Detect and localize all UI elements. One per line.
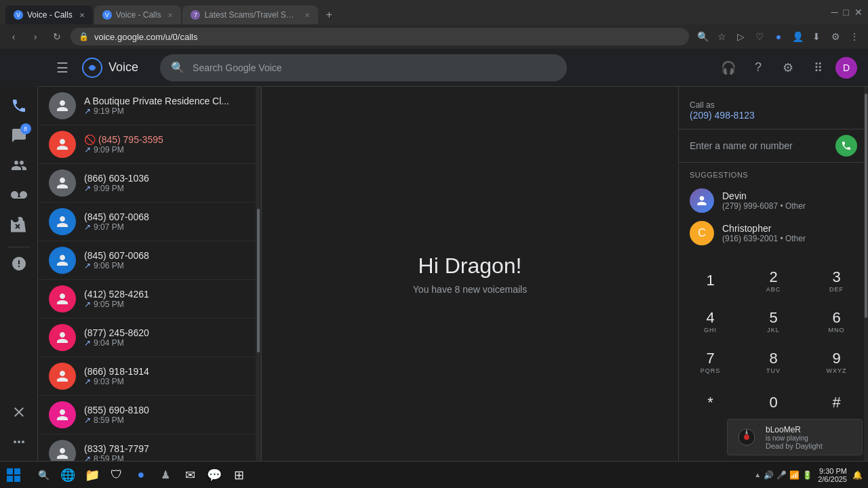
- taskbar-mic-icon[interactable]: 🎤: [776, 470, 787, 480]
- minimize-button[interactable]: ─: [831, 7, 838, 18]
- rail-voicemail-icon[interactable]: [5, 182, 33, 209]
- taskbar-app5-icon[interactable]: ✉: [179, 464, 201, 486]
- suggestion-item-christopher[interactable]: C Christopher (916) 639-2001 • Other: [690, 217, 857, 249]
- tab-close-1[interactable]: ✕: [79, 12, 85, 19]
- taskbar-notifications-icon[interactable]: 🔔: [852, 470, 863, 480]
- dial-digit: 9: [832, 350, 840, 367]
- maximize-button[interactable]: □: [844, 7, 849, 18]
- dial-key-6[interactable]: 6 MNO: [805, 301, 868, 342]
- toolbar-search-icon[interactable]: 🔍: [694, 28, 711, 45]
- tab-close-2[interactable]: ✕: [167, 12, 173, 19]
- taskbar-start-button[interactable]: [0, 462, 27, 489]
- rail-messages-icon[interactable]: 8: [5, 122, 33, 149]
- dial-key-5[interactable]: 5 JKL: [742, 301, 805, 342]
- user-avatar[interactable]: D: [835, 57, 857, 79]
- dial-key-7[interactable]: 7 PQRS: [679, 342, 742, 382]
- now-playing-notification[interactable]: bLooMeR is now playing Dead by Daylight: [727, 419, 863, 455]
- call-item[interactable]: 🚫 (845) 795-3595 ↗ 9:09 PM: [38, 125, 261, 164]
- rail-more-icon[interactable]: [5, 428, 33, 455]
- taskbar-chrome-icon[interactable]: 🌐: [57, 464, 79, 486]
- taskbar-volume-icon[interactable]: 🔊: [764, 470, 774, 480]
- toolbar-star-icon[interactable]: ♡: [751, 28, 768, 45]
- taskbar-shield-icon[interactable]: 🛡: [106, 464, 127, 486]
- browser-tab-2[interactable]: V Voice - Calls ✕: [94, 5, 182, 24]
- toolbar-chrome-icon[interactable]: ●: [770, 28, 787, 45]
- dial-key-9[interactable]: 9 WXYZ: [805, 342, 868, 382]
- suggestion-name-christopher: Christopher: [722, 223, 806, 234]
- outgoing-arrow-icon: ↗: [84, 106, 91, 116]
- number-input[interactable]: [690, 140, 835, 151]
- dial-key-1[interactable]: 1: [679, 260, 742, 301]
- rail-close-icon[interactable]: [5, 399, 33, 426]
- dial-digit: 7: [706, 350, 714, 367]
- taskbar-roblox-icon[interactable]: ⊞: [228, 464, 250, 486]
- rail-contacts-icon[interactable]: [5, 152, 33, 179]
- taskbar-expand-icon[interactable]: ▲: [754, 471, 761, 479]
- call-item[interactable]: A Boutique Private Residence Cl... ↗ 9:1…: [38, 87, 261, 125]
- gvoice-search-input[interactable]: [193, 62, 556, 73]
- headset-icon[interactable]: 🎧: [716, 56, 741, 80]
- dial-digit: *: [707, 394, 713, 411]
- call-time: ↗ 9:05 PM: [84, 300, 250, 309]
- dial-key-8[interactable]: 8 TUV: [742, 342, 805, 382]
- toolbar-actions: 🔍 ☆ ▷ ♡ ● 👤 ⬇ ⚙ ⋮: [694, 28, 863, 45]
- call-item[interactable]: (866) 918-1914 ↗ 9:03 PM: [38, 357, 261, 396]
- dial-key-hash[interactable]: #: [805, 382, 868, 423]
- call-item[interactable]: (855) 690-8180 ↗ 8:59 PM: [38, 396, 261, 434]
- close-button[interactable]: ✕: [854, 7, 863, 18]
- settings-icon[interactable]: ⚙: [776, 56, 800, 80]
- call-item[interactable]: (877) 245-8620 ↗ 9:04 PM: [38, 319, 261, 357]
- reload-button[interactable]: ↻: [49, 28, 65, 45]
- toolbar-bookmark-icon[interactable]: ☆: [713, 28, 730, 45]
- call-info: (845) 607-0068 ↗ 9:06 PM: [84, 250, 250, 270]
- gvoice-logo: Voice: [81, 57, 138, 79]
- new-tab-button[interactable]: +: [319, 5, 338, 24]
- toolbar-menu-icon[interactable]: ⋮: [846, 28, 863, 45]
- taskbar-steam-icon[interactable]: ♟: [155, 464, 176, 486]
- taskbar-search-icon[interactable]: 🔍: [33, 464, 54, 486]
- tab-close-3[interactable]: ✕: [304, 12, 310, 19]
- dial-key-star[interactable]: *: [679, 382, 742, 423]
- browser-chrome: V Voice - Calls ✕ V Voice - Calls ✕ 7 La…: [0, 0, 868, 49]
- call-time: ↗ 9:19 PM: [84, 106, 250, 116]
- gvoice-search-bar[interactable]: 🔍: [160, 54, 567, 81]
- call-button[interactable]: [835, 135, 857, 157]
- suggestion-item-devin[interactable]: Devin (279) 999-6087 • Other: [690, 184, 857, 217]
- browser-tab-3[interactable]: 7 Latest Scams/Travel Scam... ✕: [182, 5, 318, 24]
- toolbar-ext-icon[interactable]: ⚙: [827, 28, 844, 45]
- apps-icon[interactable]: ⠿: [806, 56, 830, 80]
- dial-key-4[interactable]: 4 GHI: [679, 301, 742, 342]
- tab-favicon-3: 7: [191, 10, 200, 20]
- call-avatar: [49, 169, 76, 197]
- back-button[interactable]: ‹: [5, 28, 22, 45]
- address-bar[interactable]: 🔒 voice.google.com/u/0/calls: [71, 28, 689, 45]
- suggestion-avatar-christopher: C: [690, 221, 714, 245]
- call-item[interactable]: (412) 528-4261 ↗ 9:05 PM: [38, 280, 261, 319]
- call-item[interactable]: (833) 781-7797 ↗ 8:59 PM: [38, 434, 261, 461]
- suggestion-info-christopher: Christopher (916) 639-2001 • Other: [722, 223, 806, 243]
- rail-calls-icon[interactable]: [5, 92, 33, 119]
- toolbar-download-icon[interactable]: ⬇: [808, 28, 825, 45]
- taskbar-network-icon[interactable]: 📶: [789, 470, 800, 480]
- call-item[interactable]: (845) 607-0068 ↗ 9:07 PM: [38, 203, 261, 241]
- forward-button[interactable]: ›: [27, 28, 43, 45]
- taskbar-files-icon[interactable]: 📁: [81, 464, 103, 486]
- call-item[interactable]: (866) 603-1036 ↗ 9:09 PM: [38, 164, 261, 203]
- now-playing-info: bLooMeR is now playing Dead by Daylight: [766, 425, 856, 450]
- call-item[interactable]: (845) 607-0068 ↗ 9:06 PM: [38, 241, 261, 280]
- dial-key-0[interactable]: 0: [742, 382, 805, 423]
- hamburger-menu[interactable]: ☰: [49, 54, 76, 81]
- rail-spam-icon[interactable]: [5, 250, 33, 277]
- toolbar-profile-icon[interactable]: 👤: [789, 28, 806, 45]
- suggestion-avatar: [690, 188, 714, 213]
- taskbar-battery-icon[interactable]: 🔋: [802, 470, 812, 480]
- browser-tab-1[interactable]: V Voice - Calls ✕: [5, 5, 93, 24]
- toolbar-media-icon[interactable]: ▷: [732, 28, 749, 45]
- taskbar-time[interactable]: 9:30 PM 2/6/2025: [818, 467, 847, 483]
- dial-key-2[interactable]: 2 ABC: [742, 260, 805, 301]
- taskbar-discord-icon[interactable]: 💬: [203, 464, 225, 486]
- taskbar-browser-icon[interactable]: ●: [130, 464, 152, 486]
- dial-key-3[interactable]: 3 DEF: [805, 260, 868, 301]
- help-icon[interactable]: ?: [746, 56, 770, 80]
- rail-archive-icon[interactable]: [5, 211, 33, 239]
